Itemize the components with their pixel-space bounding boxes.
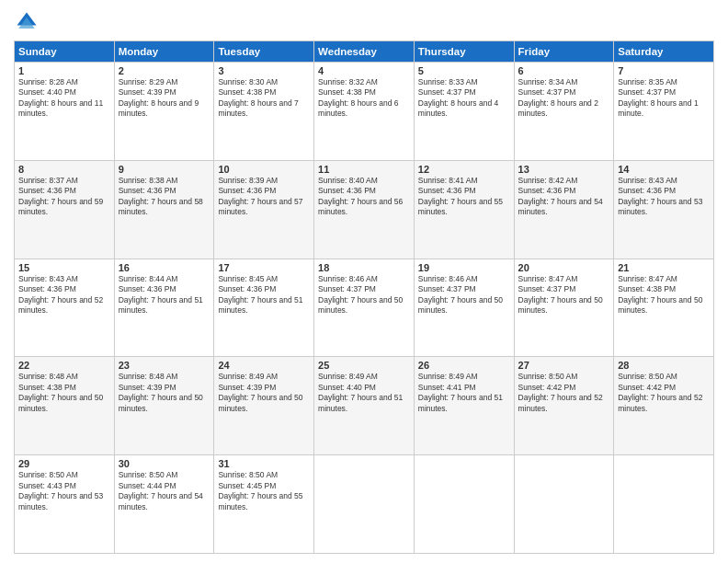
day-number: 1 (18, 65, 110, 76)
day-number: 31 (218, 458, 310, 469)
day-info: Sunrise: 8:38 AMSunset: 4:36 PMDaylight:… (119, 176, 210, 218)
day-cell: 31Sunrise: 8:50 AMSunset: 4:45 PMDayligh… (214, 455, 314, 554)
header (14, 9, 714, 35)
week-row-1: 1Sunrise: 8:28 AMSunset: 4:40 PMDaylight… (15, 63, 714, 161)
day-cell: 14Sunrise: 8:43 AMSunset: 4:36 PMDayligh… (614, 160, 714, 259)
day-cell: 3Sunrise: 8:30 AMSunset: 4:38 PMDaylight… (214, 63, 314, 161)
day-info: Sunrise: 8:48 AMSunset: 4:38 PMDaylight:… (18, 372, 110, 414)
day-info: Sunrise: 8:29 AMSunset: 4:39 PMDaylight:… (119, 77, 210, 120)
weekday-header-friday: Friday (514, 41, 614, 63)
week-row-4: 22Sunrise: 8:48 AMSunset: 4:38 PMDayligh… (15, 357, 714, 455)
day-number: 19 (418, 262, 510, 273)
day-info: Sunrise: 8:46 AMSunset: 4:37 PMDaylight:… (318, 274, 410, 316)
day-info: Sunrise: 8:33 AMSunset: 4:37 PMDaylight:… (418, 77, 510, 120)
day-cell: 19Sunrise: 8:46 AMSunset: 4:37 PMDayligh… (414, 259, 514, 357)
day-cell: 23Sunrise: 8:48 AMSunset: 4:39 PMDayligh… (114, 357, 214, 455)
day-info: Sunrise: 8:42 AMSunset: 4:36 PMDaylight:… (518, 176, 610, 218)
day-cell: 11Sunrise: 8:40 AMSunset: 4:36 PMDayligh… (314, 160, 415, 259)
day-number: 22 (18, 360, 110, 371)
logo-icon (14, 9, 40, 35)
weekday-header-monday: Monday (114, 41, 214, 63)
day-number: 5 (418, 65, 510, 76)
day-cell: 16Sunrise: 8:44 AMSunset: 4:36 PMDayligh… (114, 259, 214, 357)
day-cell: 4Sunrise: 8:32 AMSunset: 4:38 PMDaylight… (314, 63, 415, 161)
day-info: Sunrise: 8:49 AMSunset: 4:40 PMDaylight:… (318, 372, 410, 414)
day-cell: 30Sunrise: 8:50 AMSunset: 4:44 PMDayligh… (114, 455, 214, 554)
day-info: Sunrise: 8:28 AMSunset: 4:40 PMDaylight:… (18, 77, 110, 120)
day-info: Sunrise: 8:50 AMSunset: 4:45 PMDaylight:… (218, 470, 310, 512)
day-info: Sunrise: 8:50 AMSunset: 4:43 PMDaylight:… (18, 470, 110, 512)
day-number: 26 (418, 360, 510, 371)
day-number: 25 (318, 360, 410, 371)
day-cell: 1Sunrise: 8:28 AMSunset: 4:40 PMDaylight… (15, 63, 115, 161)
day-cell (614, 455, 714, 554)
day-cell: 18Sunrise: 8:46 AMSunset: 4:37 PMDayligh… (314, 259, 415, 357)
day-cell: 2Sunrise: 8:29 AMSunset: 4:39 PMDaylight… (114, 63, 214, 161)
day-info: Sunrise: 8:50 AMSunset: 4:42 PMDaylight:… (618, 372, 710, 414)
day-number: 2 (119, 65, 210, 76)
day-info: Sunrise: 8:40 AMSunset: 4:36 PMDaylight:… (318, 176, 410, 218)
day-cell: 22Sunrise: 8:48 AMSunset: 4:38 PMDayligh… (15, 357, 115, 455)
day-number: 20 (518, 262, 610, 273)
calendar: SundayMondayTuesdayWednesdayThursdayFrid… (14, 40, 714, 554)
day-cell: 7Sunrise: 8:35 AMSunset: 4:37 PMDaylight… (614, 63, 714, 161)
day-number: 13 (518, 164, 610, 175)
page: SundayMondayTuesdayWednesdayThursdayFrid… (0, 0, 728, 563)
day-info: Sunrise: 8:30 AMSunset: 4:38 PMDaylight:… (218, 77, 310, 120)
weekday-header-sunday: Sunday (15, 41, 115, 63)
day-number: 7 (618, 65, 710, 76)
day-number: 12 (418, 164, 510, 175)
day-info: Sunrise: 8:44 AMSunset: 4:36 PMDaylight:… (119, 274, 210, 316)
day-number: 27 (518, 360, 610, 371)
day-number: 4 (318, 65, 410, 76)
day-cell: 10Sunrise: 8:39 AMSunset: 4:36 PMDayligh… (214, 160, 314, 259)
week-row-2: 8Sunrise: 8:37 AMSunset: 4:36 PMDaylight… (15, 160, 714, 259)
day-cell: 17Sunrise: 8:45 AMSunset: 4:36 PMDayligh… (214, 259, 314, 357)
day-cell: 25Sunrise: 8:49 AMSunset: 4:40 PMDayligh… (314, 357, 415, 455)
weekday-header-saturday: Saturday (614, 41, 714, 63)
day-number: 3 (218, 65, 310, 76)
day-cell: 29Sunrise: 8:50 AMSunset: 4:43 PMDayligh… (15, 455, 115, 554)
day-cell: 21Sunrise: 8:47 AMSunset: 4:38 PMDayligh… (614, 259, 714, 357)
day-number: 16 (119, 262, 210, 273)
day-number: 23 (119, 360, 210, 371)
day-cell: 12Sunrise: 8:41 AMSunset: 4:36 PMDayligh… (414, 160, 514, 259)
day-cell (314, 455, 415, 554)
day-info: Sunrise: 8:50 AMSunset: 4:42 PMDaylight:… (518, 372, 610, 414)
day-info: Sunrise: 8:48 AMSunset: 4:39 PMDaylight:… (119, 372, 210, 414)
day-info: Sunrise: 8:34 AMSunset: 4:37 PMDaylight:… (518, 77, 610, 120)
day-info: Sunrise: 8:39 AMSunset: 4:36 PMDaylight:… (218, 176, 310, 218)
weekday-header-wednesday: Wednesday (314, 41, 415, 63)
day-info: Sunrise: 8:32 AMSunset: 4:38 PMDaylight:… (318, 77, 410, 120)
weekday-header-tuesday: Tuesday (214, 41, 314, 63)
week-row-5: 29Sunrise: 8:50 AMSunset: 4:43 PMDayligh… (15, 455, 714, 554)
day-info: Sunrise: 8:37 AMSunset: 4:36 PMDaylight:… (18, 176, 110, 218)
day-number: 10 (218, 164, 310, 175)
day-cell: 9Sunrise: 8:38 AMSunset: 4:36 PMDaylight… (114, 160, 214, 259)
day-cell (414, 455, 514, 554)
day-number: 8 (18, 164, 110, 175)
day-info: Sunrise: 8:43 AMSunset: 4:36 PMDaylight:… (18, 274, 110, 316)
day-cell: 13Sunrise: 8:42 AMSunset: 4:36 PMDayligh… (514, 160, 614, 259)
day-info: Sunrise: 8:50 AMSunset: 4:44 PMDaylight:… (119, 470, 210, 512)
day-cell: 20Sunrise: 8:47 AMSunset: 4:37 PMDayligh… (514, 259, 614, 357)
day-number: 24 (218, 360, 310, 371)
day-info: Sunrise: 8:41 AMSunset: 4:36 PMDaylight:… (418, 176, 510, 218)
weekday-header-thursday: Thursday (414, 41, 514, 63)
day-number: 30 (119, 458, 210, 469)
day-cell: 27Sunrise: 8:50 AMSunset: 4:42 PMDayligh… (514, 357, 614, 455)
day-info: Sunrise: 8:45 AMSunset: 4:36 PMDaylight:… (218, 274, 310, 316)
day-cell: 8Sunrise: 8:37 AMSunset: 4:36 PMDaylight… (15, 160, 115, 259)
day-info: Sunrise: 8:47 AMSunset: 4:38 PMDaylight:… (618, 274, 710, 316)
day-number: 29 (18, 458, 110, 469)
day-cell: 24Sunrise: 8:49 AMSunset: 4:39 PMDayligh… (214, 357, 314, 455)
day-cell: 15Sunrise: 8:43 AMSunset: 4:36 PMDayligh… (15, 259, 115, 357)
day-cell: 5Sunrise: 8:33 AMSunset: 4:37 PMDaylight… (414, 63, 514, 161)
day-number: 18 (318, 262, 410, 273)
day-info: Sunrise: 8:43 AMSunset: 4:36 PMDaylight:… (618, 176, 710, 218)
day-info: Sunrise: 8:47 AMSunset: 4:37 PMDaylight:… (518, 274, 610, 316)
day-number: 9 (119, 164, 210, 175)
day-number: 6 (518, 65, 610, 76)
day-number: 17 (218, 262, 310, 273)
day-cell: 28Sunrise: 8:50 AMSunset: 4:42 PMDayligh… (614, 357, 714, 455)
